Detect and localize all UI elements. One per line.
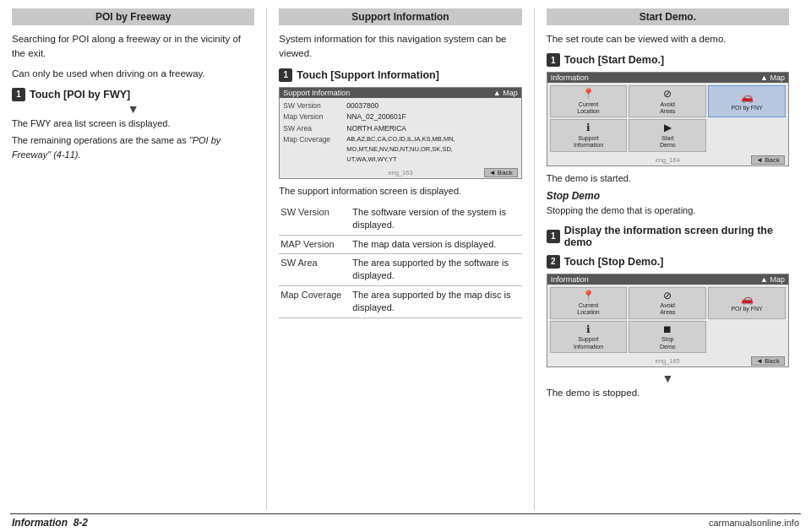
col1-arrow: ▼: [12, 103, 254, 115]
grid2-cell-poi-fny[interactable]: 🚗 POI by FNY: [708, 287, 786, 319]
col2-body1: System information for this navigation s…: [279, 32, 521, 62]
col3-step1-text: Touch [Start Demo.]: [564, 54, 665, 66]
col3-body1: The set route can be viewed with a demo.: [547, 32, 789, 46]
col1-header: POI by Freeway: [12, 8, 254, 25]
col3-ui2-header-right: ▲ Map: [760, 275, 785, 284]
col3-step3-text: Touch [Stop Demo.]: [564, 256, 664, 268]
col2-ui-body: SW Version 00037800 Map Version NNA_02_2…: [280, 98, 520, 168]
grid2-cell-avoid-areas[interactable]: ⊘ AvoidAreas: [629, 287, 706, 319]
col1-sub1: The FWY area list screen is displayed.: [12, 117, 254, 131]
grid2-cell-stop-demo[interactable]: ⏹ StopDemo: [629, 321, 706, 353]
ui-row-mapcov: Map Coverage AB,AZ,BC,CA,CO,ID,IL,IA,KS,…: [283, 134, 517, 165]
grid-cell-support-info[interactable]: ℹ SupportInformation: [550, 119, 628, 151]
col3-ui1-header-left: Information: [551, 73, 589, 82]
col2-step1-num: 1: [279, 68, 292, 82]
col1-sub2: The remaining operations are the same as…: [12, 133, 254, 161]
col2-info-table: SW Version The software version of the s…: [279, 204, 521, 318]
col-poi-freeway: POI by Freeway Searching for POI along a…: [10, 8, 267, 510]
col1-body1: Searching for POI along a freeway or in …: [12, 32, 254, 62]
col3-ui1-grid: 📍 CurrentLocation ⊘ AvoidAreas 🚗 POI by …: [547, 83, 788, 154]
col3-step2: 1 Display the information screen during …: [547, 225, 789, 248]
col3-step3: 2 Touch [Stop Demo.]: [547, 255, 789, 269]
col3-ui1-header: Information ▲ Map: [547, 73, 788, 83]
col3-step2-text: Display the information screen during th…: [564, 225, 789, 248]
grid2-cell-current-location[interactable]: 📍 CurrentLocation: [550, 287, 628, 319]
col3-ui1-header-right: ▲ Map: [760, 73, 785, 82]
col3-ui2-grid: 📍 CurrentLocation ⊘ AvoidAreas 🚗 POI by …: [547, 285, 788, 356]
stop-demo-body: Stopping the demo that is operating.: [547, 204, 789, 218]
grid2-cell-support-info[interactable]: ℹ SupportInformation: [550, 321, 628, 353]
col2-step1-text: Touch [Support Information]: [297, 69, 439, 81]
col3-ui2-header: Information ▲ Map: [547, 274, 788, 285]
col3-eng2-label: eng_165: [547, 357, 788, 365]
col3-screenshot1: Information ▲ Map 📍 CurrentLocation ⊘ Av…: [547, 72, 789, 166]
grid-cell-poi-fny[interactable]: 🚗 POI by FNY: [708, 85, 786, 117]
col-start-demo: Start Demo. The set route can be viewed …: [535, 8, 801, 510]
col3-arrow-down: ▼: [547, 372, 789, 384]
table-row: Map Coverage The area supported by the m…: [279, 285, 521, 318]
col2-header: Support Information: [279, 8, 521, 25]
footer-left: Information 8-2: [12, 517, 88, 529]
page: POI by Freeway Searching for POI along a…: [0, 0, 811, 532]
col3-header: Start Demo.: [547, 8, 789, 25]
stop-demo-heading: Stop Demo: [547, 190, 789, 202]
ui-row-sw: SW Version 00037800: [283, 100, 517, 112]
col2-ui-header-left: Support Information: [283, 89, 350, 97]
grid-cell-start-demo[interactable]: ▶ StartDemo: [629, 119, 706, 151]
col1-body2: Can only be used when driving on a freew…: [12, 67, 254, 81]
col2-screen-note: The support information screen is displa…: [279, 184, 521, 198]
col2-eng-label: eng_163: [280, 169, 520, 176]
col2-ui-header: Support Information ▲ Map: [280, 88, 520, 98]
col3-step3-num: 2: [547, 255, 560, 269]
col2-screenshot: Support Information ▲ Map SW Version 000…: [279, 87, 521, 180]
col3-ui2-header-left: Information: [551, 275, 589, 284]
col2-ui-header-right: ▲ Map: [493, 89, 518, 97]
col1-step1-text: Touch [POI by FWY]: [30, 89, 130, 100]
col1-step1-num: 1: [12, 88, 25, 101]
col3-step1-num: 1: [547, 53, 560, 67]
col3-demo-stopped: The demo is stopped.: [547, 388, 789, 398]
col3-step1-label: 1 Touch [Start Demo.]: [547, 53, 789, 67]
col3-screenshot2: Information ▲ Map 📍 CurrentLocation ⊘ Av…: [547, 274, 789, 367]
col3-step2-label: 1 Display the information screen during …: [547, 225, 789, 248]
columns: POI by Freeway Searching for POI along a…: [10, 8, 801, 510]
ui-row-swarea: SW Area NORTH AMERICA: [283, 123, 517, 135]
col2-step1: 1 Touch [Support Information]: [279, 68, 521, 82]
table-row: SW Area The area supported by the softwa…: [279, 253, 521, 285]
ui-row-map: Map Version NNA_02_200601F: [283, 111, 517, 123]
col1-step1: 1 Touch [POI by FWY] ▼ The FWY area list…: [12, 88, 254, 162]
col3-demo-started: The demo is started.: [547, 171, 789, 186]
col-support-info: Support Information System information f…: [267, 8, 534, 510]
col3-step2-num: 1: [547, 230, 560, 243]
footer-watermark: carmanualsonline.info: [709, 518, 799, 528]
table-row: SW Version The software version of the s…: [279, 204, 521, 235]
col1-step1-label: 1 Touch [POI by FWY]: [12, 88, 254, 101]
col3-step3-label: 2 Touch [Stop Demo.]: [547, 255, 789, 269]
page-footer: Information 8-2 carmanualsonline.info: [10, 513, 801, 532]
col3-step1: 1 Touch [Start Demo.]: [547, 53, 789, 67]
col2-step1-label: 1 Touch [Support Information]: [279, 68, 521, 82]
table-row: MAP Version The map data version is disp…: [279, 235, 521, 253]
grid-cell-avoid-areas[interactable]: ⊘ AvoidAreas: [629, 85, 706, 117]
col3-eng1-label: eng_164: [547, 156, 788, 164]
grid-cell-current-location[interactable]: 📍 CurrentLocation: [550, 85, 628, 117]
